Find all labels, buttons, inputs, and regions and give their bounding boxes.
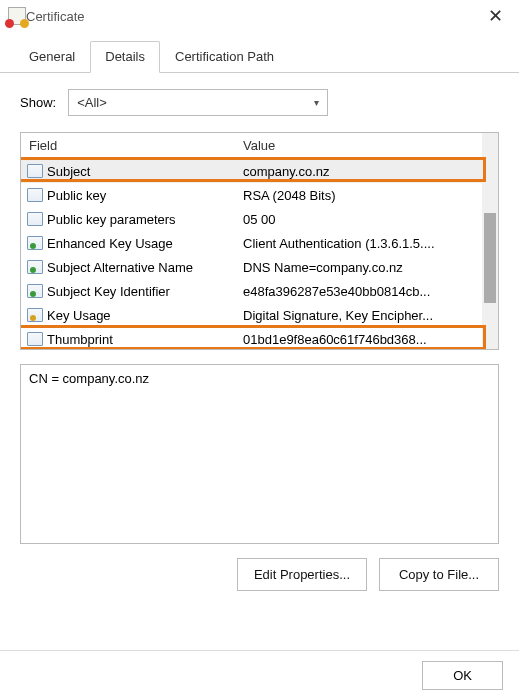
field-value: 01bd1e9f8ea60c61f746bd368... <box>239 332 498 347</box>
fields-listbox[interactable]: Field Value Subjectcompany.co.nzPublic k… <box>20 132 499 350</box>
field-name: Public key parameters <box>45 212 239 227</box>
field-value: e48fa396287e53e40bb0814cb... <box>239 284 498 299</box>
dialog-footer: OK <box>0 650 519 700</box>
row-icon-cell <box>21 260 45 274</box>
show-filter-row: Show: <All> ▾ <box>20 89 499 116</box>
field-name: Subject Key Identifier <box>45 284 239 299</box>
field-name: Subject Alternative Name <box>45 260 239 275</box>
row-icon-cell <box>21 236 45 250</box>
table-row[interactable]: Public key parameters05 00 <box>21 207 498 231</box>
detail-textbox[interactable]: CN = company.co.nz <box>20 364 499 544</box>
table-row[interactable]: Subject Key Identifiere48fa396287e53e40b… <box>21 279 498 303</box>
ok-button[interactable]: OK <box>422 661 503 690</box>
list-header: Field Value <box>21 133 498 159</box>
show-select-value: <All> <box>77 95 107 110</box>
tab-details[interactable]: Details <box>90 41 160 73</box>
field-value: Digital Signature, Key Encipher... <box>239 308 498 323</box>
certificate-app-icon <box>8 7 26 25</box>
key-usage-icon <box>27 308 43 322</box>
table-row[interactable]: Subject Alternative NameDNS Name=company… <box>21 255 498 279</box>
certificate-field-icon <box>27 164 43 178</box>
tab-bar: General Details Certification Path <box>0 32 519 73</box>
row-icon-cell <box>21 308 45 322</box>
row-icon-cell <box>21 188 45 202</box>
field-name: Public key <box>45 188 239 203</box>
field-value: 05 00 <box>239 212 498 227</box>
window-title: Certificate <box>26 9 480 24</box>
row-icon-cell <box>21 284 45 298</box>
field-value: DNS Name=company.co.nz <box>239 260 498 275</box>
field-name: Enhanced Key Usage <box>45 236 239 251</box>
extension-icon <box>27 236 43 250</box>
detail-text: CN = company.co.nz <box>29 371 149 386</box>
content-area: Show: <All> ▾ Field Value Subjectcompany… <box>0 73 519 601</box>
copy-to-file-button[interactable]: Copy to File... <box>379 558 499 591</box>
table-row[interactable]: Subjectcompany.co.nz <box>21 159 498 183</box>
show-label: Show: <box>20 95 56 110</box>
field-value: RSA (2048 Bits) <box>239 188 498 203</box>
extension-icon <box>27 260 43 274</box>
scrollbar-thumb[interactable] <box>484 213 496 303</box>
chevron-down-icon: ▾ <box>314 97 319 108</box>
field-name: Thumbprint <box>45 332 239 347</box>
table-row[interactable]: Enhanced Key UsageClient Authentication … <box>21 231 498 255</box>
action-button-row: Edit Properties... Copy to File... <box>20 558 499 591</box>
certificate-field-icon <box>27 188 43 202</box>
table-row[interactable]: Public keyRSA (2048 Bits) <box>21 183 498 207</box>
table-row[interactable]: Thumbprint01bd1e9f8ea60c61f746bd368... <box>21 327 498 350</box>
edit-properties-button[interactable]: Edit Properties... <box>237 558 367 591</box>
extension-icon <box>27 284 43 298</box>
titlebar: Certificate ✕ <box>0 0 519 32</box>
certificate-field-icon <box>27 332 43 346</box>
list-body: Subjectcompany.co.nzPublic keyRSA (2048 … <box>21 159 498 350</box>
show-select[interactable]: <All> ▾ <box>68 89 328 116</box>
row-icon-cell <box>21 164 45 178</box>
column-header-value[interactable]: Value <box>239 138 498 153</box>
field-name: Key Usage <box>45 308 239 323</box>
certificate-field-icon <box>27 212 43 226</box>
tab-certification-path[interactable]: Certification Path <box>160 41 289 73</box>
column-header-field[interactable]: Field <box>21 138 239 153</box>
scrollbar[interactable] <box>482 133 498 349</box>
close-icon[interactable]: ✕ <box>480 1 511 31</box>
table-row[interactable]: Key UsageDigital Signature, Key Encipher… <box>21 303 498 327</box>
field-name: Subject <box>45 164 239 179</box>
row-icon-cell <box>21 332 45 346</box>
field-value: company.co.nz <box>239 164 498 179</box>
field-value: Client Authentication (1.3.6.1.5.... <box>239 236 498 251</box>
row-icon-cell <box>21 212 45 226</box>
tab-general[interactable]: General <box>14 41 90 73</box>
